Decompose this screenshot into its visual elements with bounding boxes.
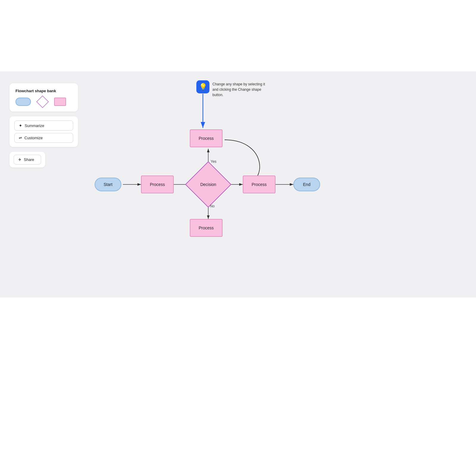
process-bottom-label: Process — [199, 226, 214, 230]
process-bottom-node[interactable]: Process — [190, 219, 223, 237]
flowchart-arrows — [0, 71, 476, 298]
decision-node[interactable]: Decision — [192, 168, 225, 201]
process-right-label: Process — [252, 182, 267, 187]
main-canvas: Flowchart shape bank ✦ Summarize ⇌ Custo… — [0, 71, 476, 298]
yes-label: Yes — [211, 159, 217, 164]
lightbulb-icon: 💡 — [199, 83, 207, 91]
flowchart-canvas: 💡 Change any shape by selecting it and c… — [0, 71, 476, 298]
process-top-node[interactable]: Process — [190, 129, 223, 147]
end-node[interactable]: End — [293, 178, 320, 191]
top-section — [0, 0, 476, 71]
start-node[interactable]: Start — [95, 178, 121, 191]
process1-node[interactable]: Process — [141, 176, 174, 193]
end-label: End — [303, 182, 311, 187]
process-top-label: Process — [199, 136, 214, 141]
process1-label: Process — [150, 182, 165, 187]
decision-label: Decision — [200, 182, 216, 187]
start-label: Start — [104, 182, 112, 187]
no-label: No — [210, 204, 214, 208]
tooltip-bubble: 💡 Change any shape by selecting it and c… — [196, 80, 266, 98]
tooltip-text: Change any shape by selecting it and cli… — [212, 80, 266, 98]
tooltip-icon: 💡 — [196, 80, 209, 93]
process-right-node[interactable]: Process — [243, 176, 275, 193]
bottom-section — [0, 298, 476, 476]
